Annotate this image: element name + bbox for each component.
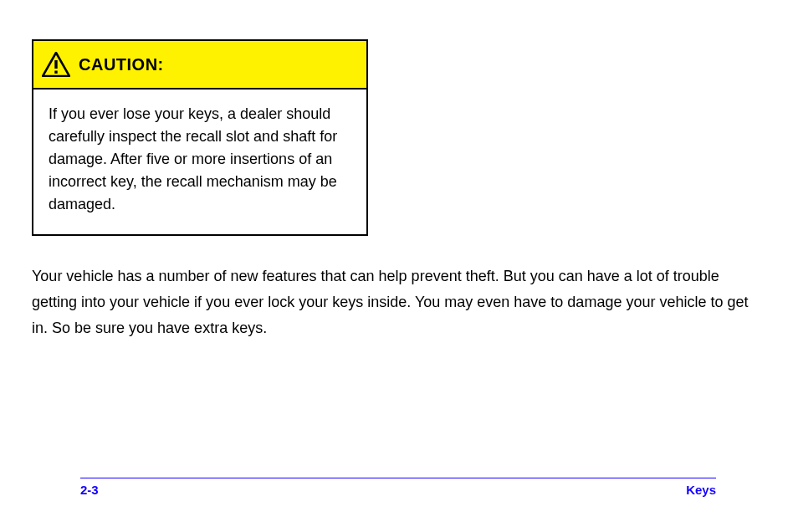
footer-page-number: 2-3: [80, 483, 99, 497]
footer: 2-3 Keys: [0, 478, 798, 511]
warning-triangle-icon: [42, 52, 70, 77]
main-paragraph: Your vehicle has a number of new feature…: [32, 263, 760, 341]
caution-header: CAUTION:: [33, 41, 366, 90]
svg-rect-2: [54, 71, 57, 74]
caution-body: If you ever lose your keys, a dealer sho…: [33, 90, 366, 234]
footer-section-title: Keys: [686, 483, 716, 497]
caution-title: CAUTION:: [79, 55, 164, 74]
svg-rect-1: [54, 60, 57, 69]
caution-box: CAUTION: If you ever lose your keys, a d…: [32, 39, 368, 236]
footer-rule: [80, 478, 716, 478]
